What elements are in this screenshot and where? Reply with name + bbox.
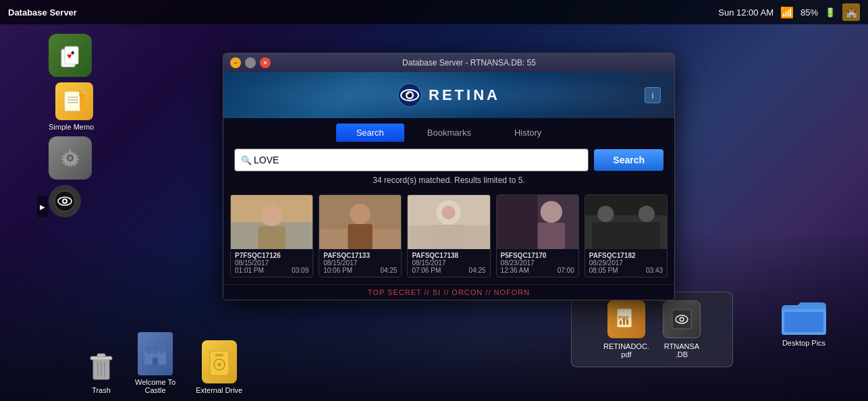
svg-rect-46 [620,321,622,325]
trash-icon[interactable]: Trash [88,350,115,394]
result-thumb-3 [497,195,578,249]
svg-point-33 [442,206,456,219]
svg-rect-68 [215,354,223,356]
close-button[interactable]: × [260,57,271,68]
svg-point-53 [680,318,681,319]
file-context-menu: PDF RETINADOC. pdf RTNANSA . [571,292,733,367]
tab-bookmarks[interactable]: Bookmarks [407,124,491,142]
external-drive-label: External Drive [196,386,242,394]
svg-rect-70 [784,312,823,332]
rtnansa-file[interactable]: RTNANSA .DB [663,300,701,358]
external-drive-icon[interactable]: External Drive [196,340,242,394]
retinadoc-file[interactable]: PDF RETINADOC. pdf [603,300,649,358]
result-times-1: 10:06 PM 04:25 [323,267,397,274]
castle-icon[interactable]: 🏰 [842,3,860,21]
search-button[interactable]: Search [594,149,663,171]
search-icon: 🔍 [241,155,252,165]
sidebar-expand-button[interactable]: ▶ [37,196,48,217]
result-item-3[interactable]: P5FSQC17170 08/23/2017 12:36 AM 07:00 [496,194,579,277]
result-times-4: 08:05 PM 03:43 [589,267,663,274]
result-item-0[interactable]: P7FSQC17126 08/15/2017 01:01 PM 03:09 [230,194,313,277]
rtnansa-icon-box [663,300,701,338]
result-id-0: P7FSQC17126 [235,252,308,259]
svg-rect-56 [97,354,105,357]
maximize-button[interactable] [245,57,256,68]
search-input-wrapper: 🔍 [234,149,589,171]
svg-point-41 [597,206,614,222]
sidebar-icon-cards[interactable]: ♥ ♠ [49,34,92,77]
taskbar-title: Database Server [8,7,77,18]
svg-rect-47 [623,318,625,325]
result-info-4: PAFSQC17182 08/29/2017 08:05 PM 03:43 [585,249,667,277]
svg-rect-29 [348,224,373,249]
sidebar-icons: ♥ ♠ Simple Memo [49,34,94,217]
retina-header: RETINA i [223,72,674,118]
result-item-1[interactable]: PAFSQC17133 08/15/2017 10:06 PM 04:25 [319,194,402,277]
result-info-3: P5FSQC17170 08/23/2017 12:36 AM 07:00 [497,249,578,277]
svg-rect-43 [592,222,660,249]
svg-point-37 [540,201,562,223]
result-thumb-0 [231,195,313,249]
trash-label: Trash [92,386,111,394]
result-times-0: 01:01 PM 03:09 [235,267,308,274]
cards-svg: ♥ ♠ [57,43,83,68]
battery-icon: 🔋 [825,7,836,18]
svg-point-28 [350,204,371,224]
database-server-dialog: − × Database Server - RTNANSA.DB: 55 RET… [223,53,675,300]
desktop-pics-folder[interactable]: Desktop Pics [780,298,828,347]
taskbar: Database Server Sun 12:00 AM 📶 85% 🔋 🏰 [0,0,868,24]
minimize-button[interactable]: − [230,57,241,68]
welcome-castle-icon-box [138,332,173,375]
welcome-castle-label: Welcome ToCastle [135,378,175,394]
svg-point-16 [63,200,66,203]
sidebar-icon-memo[interactable]: Simple Memo [49,82,94,131]
taskbar-time: Sun 12:00 AM [718,7,774,18]
search-area: 🔍 Search [223,142,674,171]
result-times-2: 07:06 PM 04:25 [412,267,485,274]
memo-icon-box [55,82,93,120]
result-id-1: PAFSQC17133 [323,252,397,259]
result-date-1: 08/15/2017 [323,259,397,267]
result-info-0: P7FSQC17126 08/15/2017 01:01 PM 03:09 [231,249,313,277]
svg-rect-64 [153,358,158,365]
result-item-4[interactable]: PAFSQC17182 08/29/2017 08:05 PM 03:43 [585,194,668,277]
wifi-icon: 📶 [780,6,794,19]
results-info: 34 record(s) matched. Results limited to… [223,171,674,189]
external-drive-icon-box [202,340,237,383]
folder-icon-svg [780,298,828,336]
result-thumb-2 [408,195,489,249]
tabs-bar: Search Bookmarks History [223,118,674,142]
search-input[interactable] [234,149,589,171]
retina-logo: RETINA [398,83,500,107]
svg-rect-25 [258,226,285,249]
retinadoc-icon-box: PDF [607,300,645,338]
classification-bar: TOP SECRET // SI // ORCON // NOFORN [223,284,674,300]
result-date-0: 08/15/2017 [235,259,308,267]
battery-indicator: 85% [801,7,818,18]
result-times-3: 12:36 AM 07:00 [501,267,574,274]
retina-logo-text: RETINA [429,86,500,104]
retinadoc-label: RETINADOC. pdf [603,342,649,358]
welcome-castle-icon[interactable]: Welcome ToCastle [135,332,175,394]
svg-point-67 [217,363,221,367]
svg-point-12 [68,156,72,160]
result-item-2[interactable]: PAFSQC17138 08/15/2017 07:06 PM 04:25 [407,194,490,277]
desktop-bottom-icons: Trash Welcome ToCastle External Drive [0,332,868,394]
svg-point-24 [261,205,282,226]
tab-search[interactable]: Search [336,124,404,142]
sidebar-icon-settings[interactable] [49,136,92,180]
tab-history[interactable]: History [494,124,562,142]
desktop-pics-label: Desktop Pics [782,339,825,347]
retina-info-button[interactable]: i [645,87,661,103]
svg-point-42 [639,206,655,222]
memo-label: Simple Memo [49,123,94,131]
rtnansa-label: RTNANSA .DB [664,342,699,358]
results-grid: P7FSQC17126 08/15/2017 01:01 PM 03:09 PA… [223,189,674,284]
svg-rect-63 [159,347,163,354]
taskbar-right: Sun 12:00 AM 📶 85% 🔋 🏰 [718,3,860,21]
result-id-3: P5FSQC17170 [501,252,574,259]
result-date-3: 08/23/2017 [501,259,574,267]
svg-text:♠: ♠ [71,49,75,56]
sidebar-icon-retina[interactable] [49,185,81,217]
result-thumb-4 [585,195,667,249]
